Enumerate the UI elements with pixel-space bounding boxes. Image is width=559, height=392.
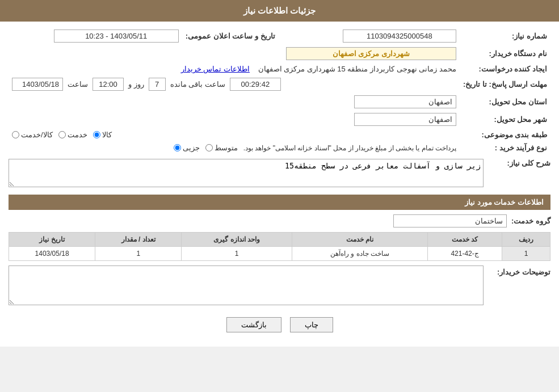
proc-note: پرداخت تمام یا بخشی از مبلغ خریدار از مح…	[243, 144, 456, 152]
page-wrapper: جزئیات اطلاعات نیاز شماره نیاز: 11030943…	[0, 0, 559, 347]
cell-service-name: ساخت جاده و راه‌آهن	[292, 247, 428, 261]
cell-row-num: 1	[502, 247, 550, 261]
cat-khadamat-item: خدمت	[58, 130, 87, 139]
city-value: اصفهان	[354, 113, 456, 126]
buyer-notes-textarea[interactable]	[9, 265, 484, 305]
cell-date: 1403/05/18	[9, 247, 95, 261]
row-city: شهر محل تحویل: اصفهان	[9, 111, 550, 128]
announce-date-cell: 1403/05/11 - 10:23	[9, 27, 182, 45]
cat-kala-khadamat-label: کالا/خدمت	[21, 130, 53, 139]
row-category: طبقه بندی موضوعی: کالا/خدمت خدمت کالا	[9, 128, 550, 141]
tender-number-label: شماره نیاز:	[460, 27, 550, 45]
response-date-value: 1403/05/18	[12, 78, 63, 91]
service-table-head: ردیف کد خدمت نام خدمت واحد اندازه گیری ت…	[9, 233, 550, 247]
proc-jozi-label: جزیی	[183, 144, 200, 152]
days-label: روز و	[128, 80, 144, 88]
row-creator: ایجاد کننده درخواست: محمد زمانی نهوجی کا…	[9, 62, 550, 75]
table-row: 1 ج-42-421 ساخت جاده و راه‌آهن 1 1 1403/…	[9, 247, 550, 261]
cat-kala-label: کالا	[102, 130, 112, 139]
contact-link[interactable]: اطلاعات تماس خریدار	[181, 65, 250, 73]
cat-kala-khadamat-item: کالا/خدمت	[12, 130, 53, 139]
page-header: جزئیات اطلاعات نیاز	[0, 0, 559, 22]
cat-khadamat-radio[interactable]	[58, 131, 66, 138]
tender-number-cell: 1103094325000548	[301, 27, 460, 45]
service-table-header-row: ردیف کد خدمت نام خدمت واحد اندازه گیری ت…	[9, 233, 550, 247]
creator-value: محمد زمانی نهوجی کاربرداز منطقه 15 شهردا…	[258, 65, 456, 73]
category-cell: کالا/خدمت خدمت کالا	[9, 128, 460, 141]
col-service-name: نام خدمت	[292, 233, 428, 247]
row-tender-date: شماره نیاز: 1103094325000548 تاریخ و ساع…	[9, 27, 550, 45]
service-group-row: گروه خدمت: ساختمان	[9, 214, 550, 227]
creator-cell: محمد زمانی نهوجی کاربرداز منطقه 15 شهردا…	[9, 62, 460, 75]
announce-date-value: 1403/05/11 - 10:23	[54, 29, 179, 43]
button-row: چاپ بازگشت	[9, 310, 550, 341]
proc-jozi-radio[interactable]	[174, 144, 181, 151]
proc-motavasset-item: متوسط	[205, 144, 238, 152]
row-province: استان محل تحویل: اصفهان	[9, 93, 550, 111]
back-button[interactable]: بازگشت	[226, 317, 281, 332]
process-label: نوع فرآیند خرید :	[460, 141, 550, 154]
cat-kala-khadamat-radio[interactable]	[12, 131, 19, 138]
cat-kala-radio[interactable]	[93, 131, 100, 138]
row-deadline: مهلت ارسال پاسخ: تا تاریخ: 00:29:42 ساعت…	[9, 75, 550, 93]
proc-motavasset-label: متوسط	[215, 144, 238, 152]
tender-number-value: 1103094325000548	[343, 29, 456, 43]
col-service-code: کد خدمت	[428, 233, 502, 247]
buyer-org-label: نام دستگاه خریدار:	[460, 45, 550, 62]
province-label: استان محل تحویل:	[460, 93, 550, 111]
creator-label: ایجاد کننده درخواست:	[460, 62, 550, 75]
province-value: اصفهان	[354, 95, 456, 108]
need-description-container	[9, 159, 484, 189]
buyer-notes-row: توضیحات خریدار:	[9, 265, 550, 307]
service-group-value: ساختمان	[393, 214, 507, 227]
col-unit: واحد اندازه گیری	[182, 233, 292, 247]
remaining-label: ساعت باقی مانده	[170, 80, 225, 88]
buyer-notes-label: توضیحات خریدار:	[488, 265, 550, 276]
city-cell: اصفهان	[9, 111, 460, 128]
proc-jozi-item: جزیی	[174, 144, 200, 152]
remaining-value: 00:29:42	[230, 78, 281, 91]
proc-motavasset-radio[interactable]	[205, 144, 213, 151]
process-cell: پرداخت تمام یا بخشی از مبلغ خریدار از مح…	[9, 141, 460, 154]
need-description-label: شرح کلی نیاز:	[488, 159, 550, 167]
response-deadline-label: مهلت ارسال پاسخ: تا تاریخ:	[460, 75, 550, 93]
service-group-label: گروه خدمت:	[511, 217, 550, 225]
cat-kala-item: کالا	[93, 130, 112, 139]
col-row-num: ردیف	[502, 233, 550, 247]
service-table: ردیف کد خدمت نام خدمت واحد اندازه گیری ت…	[9, 232, 550, 261]
buyer-notes-container	[9, 265, 484, 307]
buyer-org-cell: شهرداری مرکزی اصفهان	[9, 45, 460, 62]
need-description-textarea[interactable]	[9, 159, 484, 187]
services-section-header: اطلاعات خدمات مورد نیاز	[9, 195, 550, 210]
category-label: طبقه بندی موضوعی:	[460, 128, 550, 141]
row-buyer-org: نام دستگاه خریدار: شهرداری مرکزی اصفهان	[9, 45, 550, 62]
province-cell: اصفهان	[9, 93, 460, 111]
main-content: شماره نیاز: 1103094325000548 تاریخ و ساع…	[0, 22, 559, 347]
city-label: شهر محل تحویل:	[460, 111, 550, 128]
cell-service-code: ج-42-421	[428, 247, 502, 261]
days-value: 7	[149, 78, 166, 91]
cell-qty: 1	[95, 247, 182, 261]
page-title: جزئیات اطلاعات نیاز	[243, 6, 316, 15]
buyer-org-value: شهرداری مرکزی اصفهان	[286, 47, 456, 60]
response-time-label: ساعت	[68, 80, 88, 88]
info-table: شماره نیاز: 1103094325000548 تاریخ و ساع…	[9, 27, 550, 154]
need-description-row: شرح کلی نیاز:	[9, 159, 550, 189]
row-process: نوع فرآیند خرید : پرداخت تمام یا بخشی از…	[9, 141, 550, 154]
cell-unit: 1	[182, 247, 292, 261]
print-button[interactable]: چاپ	[290, 317, 333, 332]
col-date: تاریخ نیاز	[9, 233, 95, 247]
service-table-body: 1 ج-42-421 ساخت جاده و راه‌آهن 1 1 1403/…	[9, 247, 550, 261]
response-deadline-cell: 00:29:42 ساعت باقی مانده 7 روز و 12:00 س…	[9, 75, 460, 93]
cat-khadamat-label: خدمت	[68, 130, 87, 139]
col-qty: تعداد / مقدار	[95, 233, 182, 247]
response-time-value: 12:00	[93, 78, 124, 91]
services-section-label: اطلاعات خدمات مورد نیاز	[465, 198, 544, 206]
announce-date-label: تاریخ و ساعت اعلان عمومی:	[182, 27, 279, 45]
